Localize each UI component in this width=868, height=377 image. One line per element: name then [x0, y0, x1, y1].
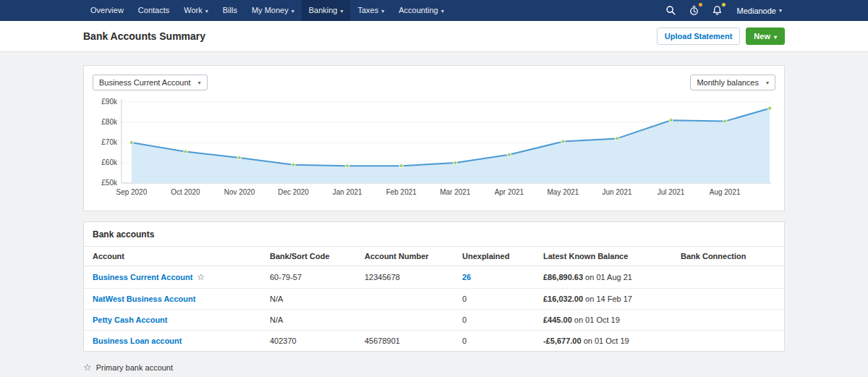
period-select-value: Monthly balances [697, 78, 759, 87]
star-icon: ☆ [197, 272, 205, 282]
sort-code: N/A [264, 289, 359, 310]
page-title: Bank Accounts Summary [83, 30, 205, 42]
account-link[interactable]: Business Loan account [93, 336, 182, 345]
unexplained-count: 0 [456, 289, 537, 310]
balance-amount: £445.00 [543, 315, 572, 324]
star-icon: ☆ [83, 362, 92, 373]
account-select-value: Business Current Account [99, 78, 191, 87]
search-icon [665, 5, 676, 16]
svg-text:Apr 2021: Apr 2021 [495, 188, 524, 196]
chevron-down-icon: ▾ [205, 8, 208, 14]
sort-code: 60-79-57 [264, 266, 359, 289]
svg-text:£70k: £70k [101, 138, 117, 146]
balance-area-chart: £50k£60k£70k£80k£90kSep 2020Oct 2020Nov … [93, 95, 775, 202]
table-row: Business Current Account☆60-79-571234567… [84, 266, 784, 289]
latest-known-balance: £445.00 on 01 Oct 19 [537, 310, 675, 331]
account-number: 12345678 [359, 266, 456, 289]
chevron-down-icon: ▾ [766, 80, 769, 86]
timer-icon [689, 5, 699, 16]
nav-menu: OverviewContactsWork▾BillsMy Money▾Banki… [83, 0, 451, 21]
unexplained-count: 0 [456, 331, 537, 352]
bank-connection [675, 266, 784, 289]
table-row: NatWest Business AccountN/A0£16,032.00 o… [84, 289, 784, 310]
bell-notification-dot [722, 3, 726, 7]
bank-connection [675, 310, 784, 331]
column-header-unexplained: Unexplained [456, 247, 537, 266]
balance-amount: £16,032.00 [543, 295, 583, 303]
account-select[interactable]: Business Current Account ▾ [93, 75, 208, 90]
svg-text:Feb 2021: Feb 2021 [386, 188, 417, 196]
new-button[interactable]: New▾ [746, 27, 785, 45]
column-header-latest-known-balance: Latest Known Balance [537, 247, 675, 266]
top-navbar: OverviewContactsWork▾BillsMy Money▾Banki… [0, 0, 868, 21]
account-link[interactable]: NatWest Business Account [93, 295, 195, 303]
nav-item-work[interactable]: Work▾ [176, 0, 215, 21]
page-header: Bank Accounts Summary Upload Statement N… [0, 21, 868, 52]
legend-label: Primary bank account [96, 363, 173, 372]
svg-text:£50k: £50k [101, 179, 117, 187]
column-header-bank-connection: Bank Connection [675, 247, 784, 266]
timer-notification-dot [699, 3, 702, 7]
chevron-down-icon: ▾ [340, 8, 343, 14]
nav-item-my-money[interactable]: My Money▾ [244, 0, 302, 21]
balances-chart-card: Business Current Account ▾ Monthly balan… [83, 65, 785, 211]
svg-text:£90k: £90k [101, 98, 117, 106]
nav-item-contacts[interactable]: Contacts [131, 0, 176, 21]
nav-item-taxes[interactable]: Taxes▾ [350, 0, 391, 21]
upload-statement-button[interactable]: Upload Statement [657, 27, 741, 45]
sort-code: N/A [264, 310, 359, 331]
chevron-down-icon: ▾ [441, 8, 444, 14]
chevron-down-icon: ▾ [198, 80, 201, 86]
svg-text:£80k: £80k [101, 118, 117, 126]
user-name: Medianode [737, 7, 776, 15]
svg-text:Dec 2020: Dec 2020 [278, 188, 309, 196]
column-header-account: Account [84, 247, 264, 266]
svg-text:Aug 2021: Aug 2021 [710, 188, 741, 196]
svg-text:May 2021: May 2021 [548, 188, 579, 196]
account-link[interactable]: Business Current Account [93, 273, 192, 281]
column-header-account-number: Account Number [359, 247, 456, 266]
account-number [359, 310, 456, 331]
account-number: 45678901 [359, 331, 456, 352]
nav-item-overview[interactable]: Overview [83, 0, 131, 21]
card-title: Bank accounts [84, 222, 784, 246]
latest-known-balance: £16,032.00 on 14 Feb 17 [537, 289, 675, 310]
bank-connection [675, 289, 784, 310]
unexplained-link[interactable]: 26 [462, 273, 471, 281]
nav-item-bills[interactable]: Bills [216, 0, 244, 21]
svg-text:Jul 2021: Jul 2021 [658, 188, 685, 196]
notifications-button[interactable] [708, 0, 727, 21]
user-menu[interactable]: Medianode ▾ [731, 7, 785, 15]
svg-text:Jan 2021: Jan 2021 [333, 188, 362, 196]
svg-text:Sep 2020: Sep 2020 [116, 188, 148, 196]
nav-item-accounting[interactable]: Accounting▾ [391, 0, 451, 21]
period-select[interactable]: Monthly balances ▾ [690, 75, 775, 90]
new-button-label: New [754, 32, 770, 41]
latest-known-balance: -£5,677.00 on 01 Oct 19 [537, 331, 675, 352]
bell-icon [712, 5, 723, 16]
unexplained-count: 0 [456, 310, 537, 331]
chevron-down-icon: ▾ [774, 34, 777, 41]
bank-connection [675, 331, 784, 352]
column-header-bank-sort-code: Bank/Sort Code [264, 247, 359, 266]
chevron-down-icon: ▾ [779, 7, 782, 14]
svg-text:Nov 2020: Nov 2020 [224, 188, 255, 196]
account-number [359, 289, 456, 310]
table-row: Petty Cash AccountN/A0£445.00 on 01 Oct … [84, 310, 784, 331]
bank-accounts-card: Bank accounts AccountBank/Sort CodeAccou… [83, 221, 785, 352]
chevron-down-icon: ▾ [292, 8, 294, 14]
svg-text:Mar 2021: Mar 2021 [440, 188, 471, 196]
bank-accounts-table: AccountBank/Sort CodeAccount NumberUnexp… [84, 246, 784, 351]
balance-amount: £86,890.63 [543, 273, 583, 281]
timer-button[interactable] [685, 0, 704, 21]
latest-known-balance: £86,890.63 on 01 Aug 21 [537, 266, 675, 289]
primary-account-legend: ☆ Primary bank account [83, 362, 785, 373]
balance-amount: -£5,677.00 [543, 336, 582, 345]
account-link[interactable]: Petty Cash Account [93, 315, 168, 324]
search-button[interactable] [662, 0, 681, 21]
sort-code: 402370 [264, 331, 359, 352]
svg-text:Jun 2021: Jun 2021 [603, 188, 632, 196]
svg-text:Oct 2020: Oct 2020 [171, 188, 200, 196]
nav-item-banking[interactable]: Banking▾ [302, 0, 351, 21]
svg-text:£60k: £60k [101, 158, 117, 166]
